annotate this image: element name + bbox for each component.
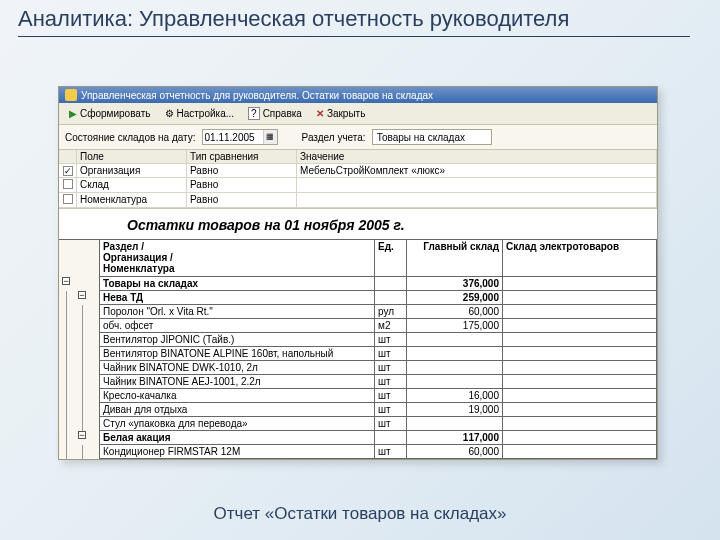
- close-label: Закрыть: [327, 108, 366, 119]
- row-v1: [407, 417, 503, 431]
- row-unit: шт: [375, 361, 407, 375]
- tree-gutter: [59, 305, 75, 319]
- filter-grid-head: Поле Тип сравнения Значение: [59, 150, 657, 164]
- row-name: Поролон "Orl. x Vita Rt.": [99, 305, 375, 319]
- col-unit: Ед.: [375, 239, 407, 277]
- app-icon: [65, 89, 77, 101]
- tree-toggle[interactable]: −: [75, 291, 91, 305]
- tree-gutter: [59, 347, 75, 361]
- tree-gutter: [75, 417, 91, 431]
- row-name: Чайник BINATONE DWK-1010, 2л: [99, 361, 375, 375]
- tree-gutter: [59, 403, 75, 417]
- checkbox-icon[interactable]: [63, 179, 73, 189]
- row-name: Товары на складах: [99, 277, 375, 291]
- row-name: Нева ТД: [99, 291, 375, 305]
- tree-gutter: [91, 361, 99, 375]
- slide-caption: Отчет «Остатки товаров на складах»: [0, 504, 720, 524]
- tree-gutter: [59, 417, 75, 431]
- row-v1: 60,000: [407, 305, 503, 319]
- filter-cmp: Равно: [187, 193, 297, 208]
- tree-gutter: [91, 333, 99, 347]
- checkbox-icon[interactable]: ✓: [63, 166, 73, 176]
- settings-button[interactable]: ⚙ Настройка...: [161, 107, 239, 120]
- row-name: Кресло-качалка: [99, 389, 375, 403]
- row-v1: 259,000: [407, 291, 503, 305]
- tree-gutter: [91, 277, 99, 291]
- row-name: Вентилятор JIPONIC (Тайв.): [99, 333, 375, 347]
- title-underline: [18, 36, 690, 37]
- tree-gutter: [91, 291, 99, 305]
- tree-gutter: [91, 403, 99, 417]
- row-unit: [375, 277, 407, 291]
- col-name: Раздел / Организация / Номенклатура: [99, 239, 375, 277]
- filter-cmp: Равно: [187, 178, 297, 193]
- tree-gutter: [75, 445, 91, 459]
- gear-icon: ⚙: [165, 108, 174, 119]
- fh-check: [59, 150, 77, 164]
- filter-grid: Поле Тип сравнения Значение ✓ Организаци…: [59, 150, 657, 209]
- minus-icon: −: [78, 291, 86, 299]
- tree-gutter: [75, 389, 91, 403]
- tree-gutter: [75, 333, 91, 347]
- tree-toggle[interactable]: −: [75, 431, 91, 445]
- filter-bar: Состояние складов на дату: ▦ Раздел учет…: [59, 125, 657, 150]
- generate-button[interactable]: ▶ Сформировать: [65, 107, 155, 120]
- date-field[interactable]: ▦: [202, 129, 278, 145]
- row-v2: [503, 291, 657, 305]
- tree-toggle[interactable]: −: [59, 277, 75, 291]
- tree-gutter: [59, 445, 75, 459]
- tree-gutter: [59, 431, 75, 445]
- toolbar: ▶ Сформировать ⚙ Настройка... ? Справка …: [59, 103, 657, 125]
- help-icon: ?: [248, 107, 260, 120]
- row-v1: 19,000: [407, 403, 503, 417]
- window-titlebar: Управленческая отчетность для руководите…: [59, 87, 657, 103]
- tree-gutter: [75, 239, 91, 277]
- row-name: Чайник BINATONE AEJ-1001, 2.2л: [99, 375, 375, 389]
- window-title: Управленческая отчетность для руководите…: [81, 90, 433, 101]
- fh-value: Значение: [297, 150, 657, 164]
- filter-field: Склад: [77, 178, 187, 193]
- row-v1: 16,000: [407, 389, 503, 403]
- row-name: Стул «упаковка для перевода»: [99, 417, 375, 431]
- help-button[interactable]: ? Справка: [244, 106, 306, 121]
- tree-gutter: [59, 389, 75, 403]
- row-name: Диван для отдыха: [99, 403, 375, 417]
- row-v2: [503, 431, 657, 445]
- filter-row[interactable]: Номенклатура Равно: [59, 193, 657, 208]
- row-v2: [503, 361, 657, 375]
- checkbox-icon[interactable]: [63, 194, 73, 204]
- tree-gutter: [59, 319, 75, 333]
- row-v2: [503, 417, 657, 431]
- calendar-icon[interactable]: ▦: [263, 130, 277, 144]
- tree-gutter: [91, 375, 99, 389]
- section-field[interactable]: Товары на складах: [372, 129, 492, 145]
- minus-icon: −: [78, 431, 86, 439]
- row-unit: рул: [375, 305, 407, 319]
- tree-gutter: [59, 291, 75, 305]
- close-icon: ✕: [316, 108, 324, 119]
- row-v1: 60,000: [407, 445, 503, 459]
- row-name: Белая акация: [99, 431, 375, 445]
- report-title: Остатки товаров на 01 ноября 2005 г.: [59, 209, 657, 239]
- row-v1: 376,000: [407, 277, 503, 291]
- row-unit: [375, 431, 407, 445]
- row-v1: [407, 361, 503, 375]
- fh-field: Поле: [77, 150, 187, 164]
- row-unit: шт: [375, 403, 407, 417]
- tree-gutter: [59, 239, 75, 277]
- tree-gutter: [75, 403, 91, 417]
- tree-gutter: [91, 305, 99, 319]
- tree-gutter: [75, 361, 91, 375]
- tree-gutter: [59, 375, 75, 389]
- close-button[interactable]: ✕ Закрыть: [312, 107, 370, 120]
- row-unit: шт: [375, 347, 407, 361]
- app-window: Управленческая отчетность для руководите…: [58, 86, 658, 460]
- filter-row[interactable]: Склад Равно: [59, 178, 657, 193]
- row-unit: шт: [375, 389, 407, 403]
- date-input[interactable]: [203, 132, 263, 143]
- fh-cmp: Тип сравнения: [187, 150, 297, 164]
- tree-gutter: [91, 389, 99, 403]
- row-unit: шт: [375, 375, 407, 389]
- tree-gutter: [75, 305, 91, 319]
- filter-row[interactable]: ✓ Организация Равно МебельСтройКомплект …: [59, 164, 657, 178]
